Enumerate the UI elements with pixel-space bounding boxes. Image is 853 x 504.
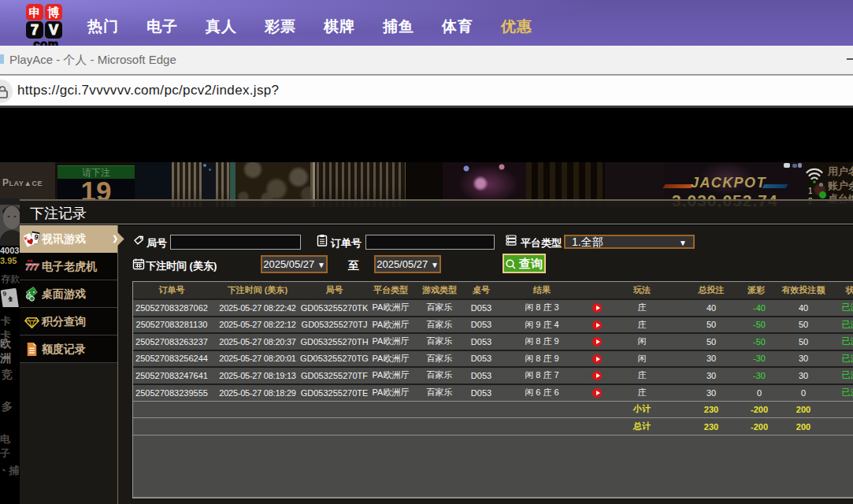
svg-text:777: 777 [25, 262, 39, 272]
